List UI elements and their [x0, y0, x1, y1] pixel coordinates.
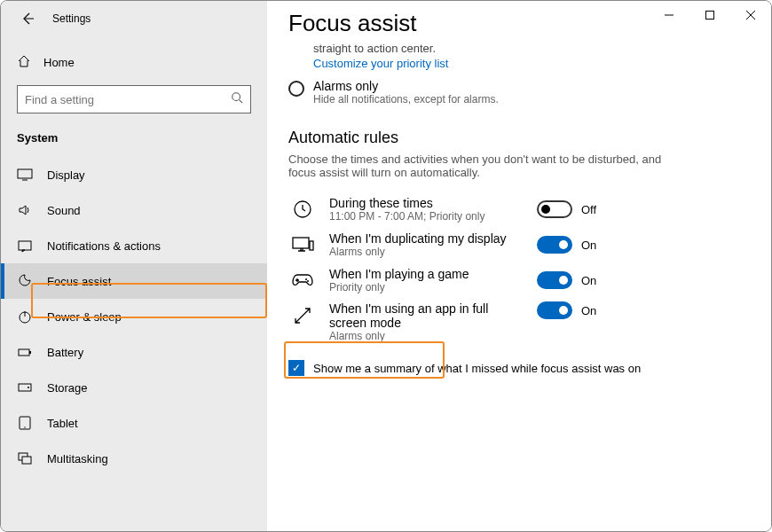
rule-full[interactable]: When I'm using an app in full screen mod… [288, 298, 743, 346]
rule-toggle[interactable]: On [537, 301, 617, 319]
tablet-icon [17, 415, 33, 431]
clock-icon [288, 195, 317, 223]
storage-icon [17, 379, 33, 395]
customize-priority-link[interactable]: Customize your priority list [313, 57, 743, 70]
intro-text: straight to action center. [313, 41, 743, 57]
toggle-switch[interactable] [537, 236, 572, 254]
toggle-label: On [581, 304, 596, 317]
rule-clock[interactable]: During these times11:00 PM - 7:00 AM; Pr… [288, 192, 743, 227]
rules-heading: Automatic rules [288, 129, 743, 147]
summary-checkbox-row[interactable]: ✓ Show me a summary of what I missed whi… [288, 360, 743, 376]
app-title: Settings [52, 12, 91, 25]
svg-rect-5 [29, 351, 31, 354]
radio-title: Alarms only [313, 79, 499, 93]
display-icon [17, 167, 33, 183]
sound-icon [17, 202, 33, 218]
notify-icon [17, 238, 33, 254]
radio-icon [288, 81, 304, 97]
toggle-label: On [581, 239, 596, 252]
rule-subtitle: 11:00 PM - 7:00 AM; Priority only [329, 210, 524, 223]
svg-rect-13 [293, 238, 309, 248]
home-label: Home [43, 56, 75, 69]
search-input[interactable] [25, 93, 231, 106]
rule-toggle[interactable]: On [537, 271, 617, 289]
svg-point-16 [307, 280, 309, 282]
radio-subtitle: Hide all notifications, except for alarm… [313, 93, 499, 106]
svg-point-0 [232, 93, 240, 101]
sidebar-item-focus[interactable]: Focus assist [1, 263, 267, 299]
rules-list: During these times11:00 PM - 7:00 AM; Pr… [288, 192, 743, 346]
sidebar-item-notify[interactable]: Notifications & actions [1, 228, 267, 263]
svg-rect-2 [19, 241, 31, 250]
rule-title: When I'm using an app in full screen mod… [329, 301, 524, 330]
rule-toggle[interactable]: Off [537, 200, 617, 218]
sidebar-item-storage[interactable]: Storage [1, 370, 267, 405]
nav-group-title: System [1, 128, 267, 157]
svg-rect-1 [18, 169, 32, 178]
sidebar-item-label: Display [47, 168, 85, 182]
toggle-switch[interactable] [537, 271, 572, 289]
rule-game[interactable]: When I'm playing a gamePriority onlyOn [288, 262, 743, 298]
toggle-label: Off [581, 203, 596, 216]
radio-alarms-only[interactable]: Alarms only Hide all notifications, exce… [288, 79, 743, 106]
sidebar-item-battery[interactable]: Battery [1, 334, 267, 370]
game-icon [288, 266, 317, 294]
power-icon [17, 309, 33, 325]
rule-subtitle: Alarms only [329, 246, 524, 258]
sidebar-item-label: Power & sleep [47, 310, 122, 324]
rule-subtitle: Alarms only [329, 330, 524, 342]
svg-rect-14 [310, 241, 313, 250]
search-box[interactable] [17, 85, 251, 113]
battery-icon [17, 344, 33, 360]
toggle-label: On [581, 274, 596, 287]
sidebar-item-label: Notifications & actions [47, 239, 161, 253]
maximize-button[interactable] [689, 1, 730, 29]
focus-icon [17, 273, 33, 289]
checkmark-icon: ✓ [288, 360, 304, 376]
svg-rect-11 [22, 457, 31, 464]
sidebar-item-label: Storage [47, 381, 88, 395]
titlebar: Settings [1, 1, 267, 36]
minimize-button[interactable] [649, 1, 689, 29]
multitask-icon [17, 450, 33, 466]
summary-checkbox-label: Show me a summary of what I missed while… [313, 362, 641, 375]
sidebar-item-multitask[interactable]: Multitasking [1, 441, 267, 476]
window-controls [649, 1, 771, 29]
svg-rect-4 [19, 349, 29, 356]
sidebar-item-label: Focus assist [47, 275, 111, 288]
sidebar-item-label: Tablet [47, 417, 78, 430]
sidebar-item-label: Battery [47, 346, 83, 359]
search-icon [231, 91, 243, 107]
sidebar: Settings Home System DisplaySoundNotific… [1, 1, 267, 531]
content: Focus assist straight to action center. … [267, 1, 771, 531]
rule-title: When I'm playing a game [329, 267, 524, 281]
sidebar-item-label: Multitasking [47, 452, 108, 466]
sidebar-item-power[interactable]: Power & sleep [1, 299, 267, 334]
rule-title: During these times [329, 196, 524, 210]
nav-home[interactable]: Home [1, 49, 267, 76]
svg-rect-17 [706, 12, 714, 20]
full-icon [288, 301, 317, 330]
back-button[interactable] [17, 8, 38, 29]
rule-subtitle: Priority only [329, 281, 524, 293]
svg-point-7 [28, 387, 29, 388]
rule-toggle[interactable]: On [537, 236, 617, 254]
rules-subtext: Choose the times and activities when you… [288, 153, 679, 179]
close-button[interactable] [730, 1, 771, 29]
rule-dup[interactable]: When I'm duplicating my displayAlarms on… [288, 227, 743, 262]
sidebar-item-display[interactable]: Display [1, 157, 267, 192]
sidebar-item-sound[interactable]: Sound [1, 192, 267, 228]
toggle-switch[interactable] [537, 200, 572, 218]
home-icon [17, 54, 31, 71]
svg-point-9 [24, 426, 25, 427]
rule-title: When I'm duplicating my display [329, 231, 524, 246]
nav-list: DisplaySoundNotifications & actionsFocus… [1, 157, 267, 476]
sidebar-item-label: Sound [47, 204, 81, 217]
svg-point-15 [305, 278, 307, 280]
toggle-switch[interactable] [537, 301, 572, 319]
sidebar-item-tablet[interactable]: Tablet [1, 405, 267, 441]
dup-icon [288, 231, 317, 259]
